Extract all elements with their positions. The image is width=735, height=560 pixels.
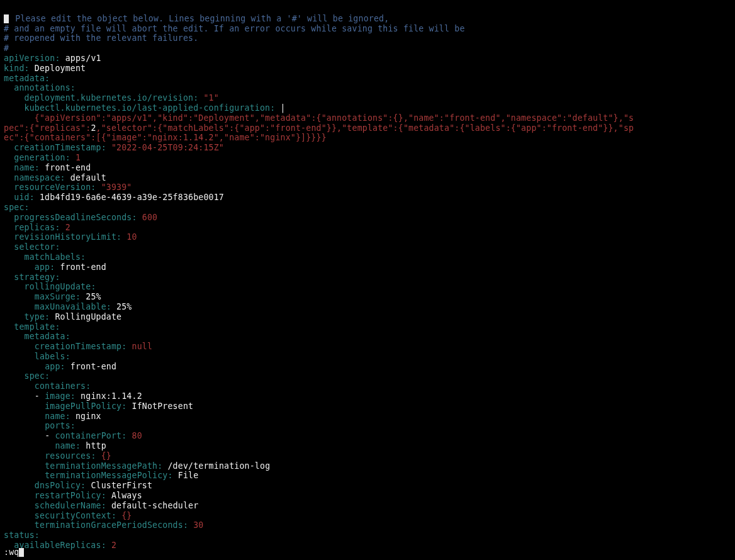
terminal-editor[interactable]: Please edit the object below. Lines begi… [0, 0, 735, 554]
key-containerPort: containerPort: [55, 431, 126, 440]
comment-line-3: # reopened with the relevant failures. [4, 33, 198, 43]
comment-line-2: # and an empty file will abort the edit.… [4, 24, 465, 33]
key-template-creationTimestamp: creationTimestamp: [35, 342, 127, 351]
val-json-replicas: 2 [91, 123, 96, 133]
val-availableReplicas: 2 [111, 540, 116, 550]
key-app-label: app: [45, 362, 65, 371]
val-containerPort: 80 [132, 431, 142, 440]
key-maxSurge: maxSurge: [35, 292, 81, 301]
key-status: status: [4, 530, 40, 540]
val-securityContext: {} [121, 511, 132, 520]
key-restartPolicy: restartPolicy: [35, 491, 106, 500]
val-progressDeadlineSeconds: 600 [142, 213, 157, 222]
key-last-applied: kubectl.kubernetes.io/last-applied-confi… [25, 103, 276, 113]
val-namespace: default [70, 173, 106, 182]
key-resources: resources: [45, 451, 96, 461]
key-terminationMessagePolicy: terminationMessagePolicy: [45, 471, 173, 480]
val-terminationGracePeriodSeconds: 30 [193, 520, 203, 530]
val-resources: {} [101, 451, 111, 461]
key-strategy-type: type: [25, 312, 50, 322]
val-terminationMessagePolicy: File [178, 471, 199, 480]
key-matchLabels: matchLabels: [25, 252, 86, 262]
val-image: nginx:1.14.2 [81, 391, 142, 401]
key-app: app: [35, 262, 55, 272]
key-annotations: annotations: [14, 83, 76, 92]
val-imagePullPolicy: IfNotPresent [132, 401, 194, 411]
key-uid: uid: [14, 193, 35, 202]
val-template-creationTimestamp: null [132, 342, 153, 351]
val-json-line2b: ,"selector":{"matchLabels":{"app":"front… [96, 123, 634, 133]
key-imagePullPolicy: imagePullPolicy: [45, 401, 126, 411]
key-revisionHistoryLimit: revisionHistoryLimit: [14, 232, 121, 242]
comment-line-4: # [4, 43, 9, 53]
key-apiVersion: apiVersion: [4, 53, 60, 63]
val-json-line1: {"apiVersion":"apps/v1","kind":"Deployme… [35, 113, 634, 123]
key-image: image: [45, 391, 76, 401]
val-strategy-type: RollingUpdate [55, 312, 121, 322]
key-namespace: namespace: [14, 173, 65, 182]
val-schedulerName: default-scheduler [111, 501, 198, 510]
val-kind: Deployment [35, 64, 86, 73]
val-json-line2a: pec":{"replicas": [4, 123, 91, 133]
val-revision: "1" [203, 93, 218, 103]
val-name: front-end [45, 163, 91, 172]
val-maxUnavailable: 25% [116, 302, 132, 311]
dash-port: - [45, 431, 55, 440]
val-resourceVersion: "3939" [101, 182, 132, 192]
key-selector: selector: [14, 242, 60, 252]
val-container-name: nginx [76, 412, 101, 421]
key-availableReplicas: availableReplicas: [14, 540, 106, 550]
key-name: name: [14, 163, 40, 172]
key-schedulerName: schedulerName: [35, 501, 106, 510]
val-pipe: | [281, 103, 286, 113]
val-maxSurge: 25% [86, 292, 101, 301]
key-container-name: name: [45, 412, 70, 421]
key-labels: labels: [35, 352, 70, 361]
key-terminationGracePeriodSeconds: terminationGracePeriodSeconds: [35, 520, 188, 530]
dash-container: - [35, 391, 45, 401]
val-replicas: 2 [65, 223, 70, 232]
key-replicas: replicas: [14, 223, 60, 232]
key-progressDeadlineSeconds: progressDeadlineSeconds: [14, 213, 137, 222]
val-terminationMessagePath: /dev/termination-log [167, 461, 270, 471]
comment-line-1: Please edit the object below. Lines begi… [10, 14, 389, 23]
val-creationTimestamp: "2022-04-25T09:24:15Z" [111, 143, 224, 152]
key-ports: ports: [45, 421, 76, 430]
key-port-name: name: [55, 441, 81, 451]
val-generation: 1 [76, 153, 81, 162]
cursor-top [4, 14, 9, 23]
key-creationTimestamp: creationTimestamp: [14, 143, 106, 152]
key-rollingUpdate: rollingUpdate: [25, 282, 96, 291]
key-resourceVersion: resourceVersion: [14, 182, 96, 192]
val-app-selector: front-end [60, 262, 106, 272]
val-port-name: http [86, 441, 106, 451]
key-strategy: strategy: [14, 272, 60, 282]
key-generation: generation: [14, 153, 70, 162]
key-terminationMessagePath: terminationMessagePath: [45, 461, 162, 471]
val-revisionHistoryLimit: 10 [126, 232, 137, 242]
key-template-metadata: metadata: [25, 332, 70, 341]
val-dnsPolicy: ClusterFirst [91, 481, 152, 490]
key-dnsPolicy: dnsPolicy: [35, 481, 86, 490]
key-maxUnavailable: maxUnavailable: [35, 302, 111, 311]
cursor-cmdline [19, 548, 24, 557]
val-json-line3: ec":{"containers":[{"image":"nginx:1.14.… [4, 133, 327, 142]
key-spec: spec: [4, 203, 30, 212]
key-metadata: metadata: [4, 74, 50, 83]
vim-command-text: :wq [4, 547, 19, 557]
key-template-spec: spec: [25, 371, 50, 381]
val-app-label: front-end [70, 362, 116, 371]
key-revision: deployment.kubernetes.io/revision: [25, 93, 199, 103]
val-uid: 1db4fd19-6a6e-4639-a39e-25f836be0017 [40, 193, 224, 202]
val-apiVersion: apps/v1 [65, 53, 101, 63]
key-kind: kind: [4, 64, 30, 73]
vim-command-line[interactable]: :wq [4, 547, 24, 557]
key-securityContext: securityContext: [35, 511, 116, 520]
val-restartPolicy: Always [111, 491, 142, 500]
key-template: template: [14, 322, 60, 332]
key-containers: containers: [35, 381, 91, 391]
